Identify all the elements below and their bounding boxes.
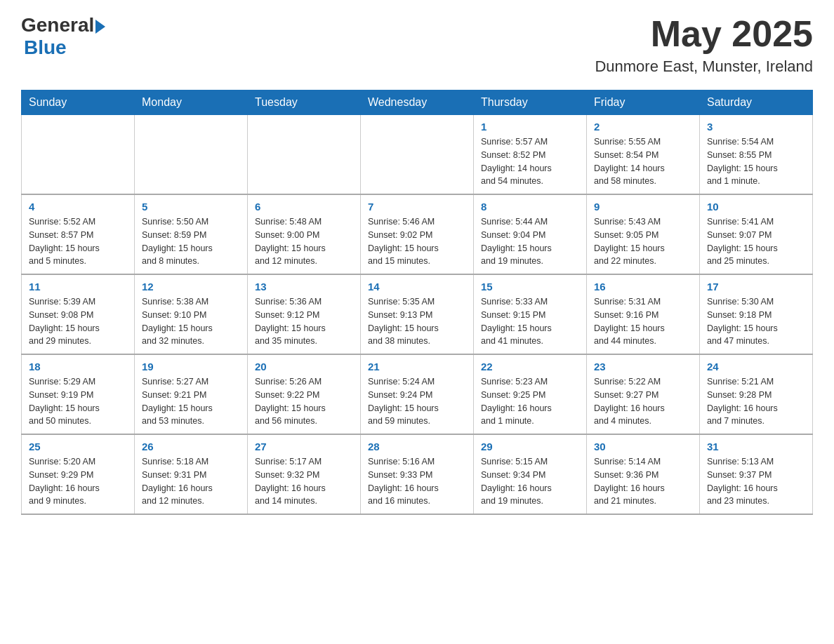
calendar-cell: 18Sunrise: 5:29 AM Sunset: 9:19 PM Dayli… bbox=[22, 354, 135, 434]
calendar-header: SundayMondayTuesdayWednesdayThursdayFrid… bbox=[22, 90, 813, 115]
location-title: Dunmore East, Munster, Ireland bbox=[595, 58, 813, 76]
day-info: Sunrise: 5:22 AM Sunset: 9:27 PM Dayligh… bbox=[594, 375, 692, 428]
day-info: Sunrise: 5:23 AM Sunset: 9:25 PM Dayligh… bbox=[481, 375, 579, 428]
day-number: 5 bbox=[142, 201, 240, 213]
day-number: 9 bbox=[594, 201, 692, 213]
calendar-cell: 3Sunrise: 5:54 AM Sunset: 8:55 PM Daylig… bbox=[700, 115, 813, 195]
weekday-header-monday: Monday bbox=[135, 90, 248, 115]
day-info: Sunrise: 5:57 AM Sunset: 8:52 PM Dayligh… bbox=[481, 135, 579, 188]
day-info: Sunrise: 5:30 AM Sunset: 9:18 PM Dayligh… bbox=[707, 295, 805, 348]
day-number: 17 bbox=[707, 281, 805, 293]
calendar-cell: 29Sunrise: 5:15 AM Sunset: 9:34 PM Dayli… bbox=[474, 434, 587, 514]
day-number: 18 bbox=[29, 361, 127, 373]
day-info: Sunrise: 5:55 AM Sunset: 8:54 PM Dayligh… bbox=[594, 135, 692, 188]
day-info: Sunrise: 5:35 AM Sunset: 9:13 PM Dayligh… bbox=[368, 295, 466, 348]
day-number: 19 bbox=[142, 361, 240, 373]
day-info: Sunrise: 5:31 AM Sunset: 9:16 PM Dayligh… bbox=[594, 295, 692, 348]
day-info: Sunrise: 5:18 AM Sunset: 9:31 PM Dayligh… bbox=[142, 455, 240, 508]
calendar-cell: 23Sunrise: 5:22 AM Sunset: 9:27 PM Dayli… bbox=[587, 354, 700, 434]
calendar-cell: 7Sunrise: 5:46 AM Sunset: 9:02 PM Daylig… bbox=[361, 194, 474, 274]
day-number: 20 bbox=[255, 361, 353, 373]
calendar-cell: 14Sunrise: 5:35 AM Sunset: 9:13 PM Dayli… bbox=[361, 274, 474, 354]
day-number: 11 bbox=[29, 281, 127, 293]
day-info: Sunrise: 5:46 AM Sunset: 9:02 PM Dayligh… bbox=[368, 215, 466, 268]
day-number: 16 bbox=[594, 281, 692, 293]
weekday-header-saturday: Saturday bbox=[700, 90, 813, 115]
weekday-header-sunday: Sunday bbox=[22, 90, 135, 115]
calendar-cell bbox=[361, 115, 474, 195]
day-info: Sunrise: 5:20 AM Sunset: 9:29 PM Dayligh… bbox=[29, 455, 127, 508]
day-info: Sunrise: 5:52 AM Sunset: 8:57 PM Dayligh… bbox=[29, 215, 127, 268]
calendar-week-row: 18Sunrise: 5:29 AM Sunset: 9:19 PM Dayli… bbox=[22, 354, 813, 434]
day-number: 25 bbox=[29, 441, 127, 452]
weekday-header-friday: Friday bbox=[587, 90, 700, 115]
day-info: Sunrise: 5:24 AM Sunset: 9:24 PM Dayligh… bbox=[368, 375, 466, 428]
calendar-cell: 13Sunrise: 5:36 AM Sunset: 9:12 PM Dayli… bbox=[248, 274, 361, 354]
logo-arrow-icon bbox=[95, 20, 105, 34]
day-info: Sunrise: 5:38 AM Sunset: 9:10 PM Dayligh… bbox=[142, 295, 240, 348]
calendar-cell: 16Sunrise: 5:31 AM Sunset: 9:16 PM Dayli… bbox=[587, 274, 700, 354]
day-number: 8 bbox=[481, 201, 579, 213]
day-number: 2 bbox=[594, 121, 692, 133]
calendar-cell: 8Sunrise: 5:44 AM Sunset: 9:04 PM Daylig… bbox=[474, 194, 587, 274]
weekday-header-wednesday: Wednesday bbox=[361, 90, 474, 115]
day-number: 27 bbox=[255, 441, 353, 452]
day-number: 12 bbox=[142, 281, 240, 293]
day-number: 24 bbox=[707, 361, 805, 373]
calendar-cell bbox=[135, 115, 248, 195]
calendar-cell: 9Sunrise: 5:43 AM Sunset: 9:05 PM Daylig… bbox=[587, 194, 700, 274]
calendar-table: SundayMondayTuesdayWednesdayThursdayFrid… bbox=[21, 90, 813, 515]
day-info: Sunrise: 5:14 AM Sunset: 9:36 PM Dayligh… bbox=[594, 455, 692, 508]
calendar-cell: 11Sunrise: 5:39 AM Sunset: 9:08 PM Dayli… bbox=[22, 274, 135, 354]
day-number: 4 bbox=[29, 201, 127, 213]
day-info: Sunrise: 5:50 AM Sunset: 8:59 PM Dayligh… bbox=[142, 215, 240, 268]
weekday-header-thursday: Thursday bbox=[474, 90, 587, 115]
calendar-week-row: 4Sunrise: 5:52 AM Sunset: 8:57 PM Daylig… bbox=[22, 194, 813, 274]
day-number: 29 bbox=[481, 441, 579, 452]
day-info: Sunrise: 5:43 AM Sunset: 9:05 PM Dayligh… bbox=[594, 215, 692, 268]
day-number: 22 bbox=[481, 361, 579, 373]
day-number: 26 bbox=[142, 441, 240, 452]
day-info: Sunrise: 5:13 AM Sunset: 9:37 PM Dayligh… bbox=[707, 455, 805, 508]
day-info: Sunrise: 5:16 AM Sunset: 9:33 PM Dayligh… bbox=[368, 455, 466, 508]
calendar-cell: 30Sunrise: 5:14 AM Sunset: 9:36 PM Dayli… bbox=[587, 434, 700, 514]
day-number: 7 bbox=[368, 201, 466, 213]
calendar-cell: 20Sunrise: 5:26 AM Sunset: 9:22 PM Dayli… bbox=[248, 354, 361, 434]
day-info: Sunrise: 5:33 AM Sunset: 9:15 PM Dayligh… bbox=[481, 295, 579, 348]
calendar-cell bbox=[22, 115, 135, 195]
page-header: General Blue May 2025 Dunmore East, Muns… bbox=[21, 14, 813, 76]
day-info: Sunrise: 5:39 AM Sunset: 9:08 PM Dayligh… bbox=[29, 295, 127, 348]
logo-blue: Blue bbox=[24, 36, 67, 59]
calendar-cell: 24Sunrise: 5:21 AM Sunset: 9:28 PM Dayli… bbox=[700, 354, 813, 434]
calendar-cell: 27Sunrise: 5:17 AM Sunset: 9:32 PM Dayli… bbox=[248, 434, 361, 514]
calendar-cell bbox=[248, 115, 361, 195]
day-info: Sunrise: 5:54 AM Sunset: 8:55 PM Dayligh… bbox=[707, 135, 805, 188]
calendar-cell: 26Sunrise: 5:18 AM Sunset: 9:31 PM Dayli… bbox=[135, 434, 248, 514]
calendar-cell: 28Sunrise: 5:16 AM Sunset: 9:33 PM Dayli… bbox=[361, 434, 474, 514]
calendar-cell: 22Sunrise: 5:23 AM Sunset: 9:25 PM Dayli… bbox=[474, 354, 587, 434]
calendar-cell: 2Sunrise: 5:55 AM Sunset: 8:54 PM Daylig… bbox=[587, 115, 700, 195]
day-number: 31 bbox=[707, 441, 805, 452]
day-info: Sunrise: 5:21 AM Sunset: 9:28 PM Dayligh… bbox=[707, 375, 805, 428]
calendar-cell: 21Sunrise: 5:24 AM Sunset: 9:24 PM Dayli… bbox=[361, 354, 474, 434]
calendar-cell: 15Sunrise: 5:33 AM Sunset: 9:15 PM Dayli… bbox=[474, 274, 587, 354]
day-info: Sunrise: 5:26 AM Sunset: 9:22 PM Dayligh… bbox=[255, 375, 353, 428]
day-info: Sunrise: 5:44 AM Sunset: 9:04 PM Dayligh… bbox=[481, 215, 579, 268]
title-area: May 2025 Dunmore East, Munster, Ireland bbox=[595, 14, 813, 76]
day-info: Sunrise: 5:48 AM Sunset: 9:00 PM Dayligh… bbox=[255, 215, 353, 268]
calendar-cell: 5Sunrise: 5:50 AM Sunset: 8:59 PM Daylig… bbox=[135, 194, 248, 274]
day-number: 23 bbox=[594, 361, 692, 373]
day-number: 3 bbox=[707, 121, 805, 133]
day-info: Sunrise: 5:36 AM Sunset: 9:12 PM Dayligh… bbox=[255, 295, 353, 348]
calendar-week-row: 11Sunrise: 5:39 AM Sunset: 9:08 PM Dayli… bbox=[22, 274, 813, 354]
day-info: Sunrise: 5:27 AM Sunset: 9:21 PM Dayligh… bbox=[142, 375, 240, 428]
day-info: Sunrise: 5:15 AM Sunset: 9:34 PM Dayligh… bbox=[481, 455, 579, 508]
calendar-cell: 10Sunrise: 5:41 AM Sunset: 9:07 PM Dayli… bbox=[700, 194, 813, 274]
month-title: May 2025 bbox=[595, 14, 813, 54]
day-info: Sunrise: 5:41 AM Sunset: 9:07 PM Dayligh… bbox=[707, 215, 805, 268]
day-number: 6 bbox=[255, 201, 353, 213]
logo-general: General bbox=[21, 14, 94, 36]
day-number: 30 bbox=[594, 441, 692, 452]
day-number: 13 bbox=[255, 281, 353, 293]
calendar-body: 1Sunrise: 5:57 AM Sunset: 8:52 PM Daylig… bbox=[22, 115, 813, 515]
